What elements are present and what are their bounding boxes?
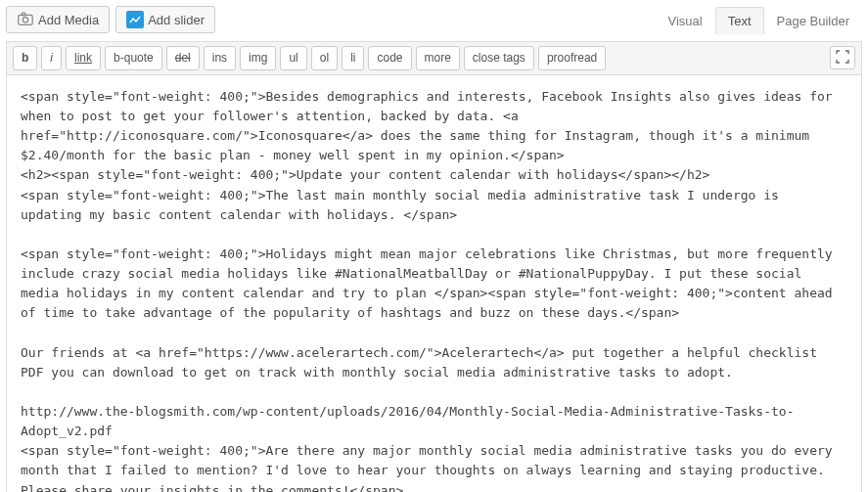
svg-rect-2: [22, 13, 25, 16]
add-media-label: Add Media: [38, 13, 99, 27]
qt-code-button[interactable]: code: [368, 46, 411, 70]
qt-closetags-button[interactable]: close tags: [464, 46, 534, 70]
qt-ins-button[interactable]: ins: [204, 46, 236, 70]
editor-tabs: Visual Text Page Builder: [656, 6, 862, 33]
quicktags-toolbar: b i link b-quote del ins img ul ol li co…: [6, 41, 862, 75]
add-media-button[interactable]: Add Media: [6, 6, 110, 33]
fullscreen-button[interactable]: [830, 46, 855, 69]
camera-icon: [17, 10, 34, 30]
tab-visual[interactable]: Visual: [656, 7, 715, 34]
editor-container: Add Media Add slider Visual Text Page Bu…: [0, 0, 868, 492]
qt-link-button[interactable]: link: [66, 46, 101, 70]
slider-icon: [126, 11, 144, 28]
content-textarea[interactable]: <span style="font-weight: 400;">Besides …: [6, 75, 862, 492]
qt-more-button[interactable]: more: [416, 46, 460, 70]
qt-li-button[interactable]: li: [342, 46, 364, 70]
qt-ul-button[interactable]: ul: [280, 46, 306, 70]
add-slider-label: Add slider: [148, 13, 205, 27]
fullscreen-icon: [836, 50, 849, 67]
qt-img-button[interactable]: img: [240, 46, 276, 70]
svg-rect-0: [19, 15, 32, 24]
qt-ol-button[interactable]: ol: [311, 46, 338, 70]
tab-page-builder[interactable]: Page Builder: [764, 7, 862, 34]
qt-bold-button[interactable]: b: [13, 46, 37, 70]
tab-text[interactable]: Text: [715, 7, 764, 34]
qt-del-button[interactable]: del: [166, 46, 200, 70]
qt-proofread-button[interactable]: proofread: [538, 46, 606, 70]
qt-bquote-button[interactable]: b-quote: [105, 46, 162, 70]
qt-italic-button[interactable]: i: [41, 46, 62, 70]
svg-point-1: [23, 17, 27, 22]
add-slider-button[interactable]: Add slider: [115, 6, 215, 33]
editor-top-row: Add Media Add slider Visual Text Page Bu…: [6, 6, 862, 33]
